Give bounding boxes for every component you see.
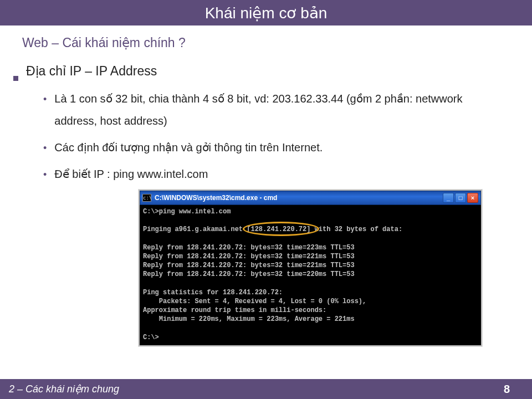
slide-footer: 2 – Các khái niệm chung 8	[0, 379, 532, 399]
list-item-text: Là 1 con số 32 bit, chia thành 4 số 8 bi…	[54, 88, 508, 132]
cmd-window-title: C:\WINDOWS\system32\cmd.exe - cmd	[155, 194, 443, 202]
cmd-output: C:\>ping www.intel.com Pinging a961.g.ak…	[140, 205, 481, 345]
slide-content: Web – Cái khái niệm chính ? Địa chỉ IP –…	[0, 25, 532, 346]
minimize-button[interactable]: _	[443, 193, 454, 203]
footer-section-label: 2 – Các khái niệm chung	[9, 383, 119, 395]
list-item-text: Các định đối tượng nhận và gởi thông tin…	[54, 136, 323, 158]
highlight-ellipse	[243, 222, 319, 236]
heading-text: Địa chỉ IP – IP Address	[26, 64, 157, 79]
dot-bullet-icon: •	[43, 138, 47, 158]
slide-title: Khái niệm cơ bản	[205, 4, 328, 22]
dot-bullet-icon: •	[43, 165, 47, 185]
maximize-button[interactable]: □	[455, 193, 466, 203]
cmd-app-icon: c:\	[142, 194, 151, 202]
main-bullet: Địa chỉ IP – IP Address	[13, 64, 508, 79]
close-button[interactable]: ×	[467, 193, 478, 203]
list-item: • Các định đối tượng nhận và gởi thông t…	[43, 136, 508, 158]
dot-bullet-icon: •	[43, 89, 47, 109]
cmd-titlebar: c:\ C:\WINDOWS\system32\cmd.exe - cmd _ …	[140, 191, 481, 205]
slide-title-bar: Khái niệm cơ bản	[0, 0, 532, 25]
page-number: 8	[504, 383, 510, 396]
list-item-text: Để biết IP : ping www.intel.com	[54, 163, 208, 185]
slide-subtitle: Web – Cái khái niệm chính ?	[22, 35, 508, 50]
sub-bullet-list: • Là 1 con số 32 bit, chia thành 4 số 8 …	[43, 88, 508, 185]
square-bullet-icon	[13, 76, 18, 81]
list-item: • Là 1 con số 32 bit, chia thành 4 số 8 …	[43, 88, 508, 132]
list-item: • Để biết IP : ping www.intel.com	[43, 163, 508, 185]
cmd-window-buttons: _ □ ×	[443, 193, 478, 203]
cmd-window: c:\ C:\WINDOWS\system32\cmd.exe - cmd _ …	[139, 190, 482, 346]
